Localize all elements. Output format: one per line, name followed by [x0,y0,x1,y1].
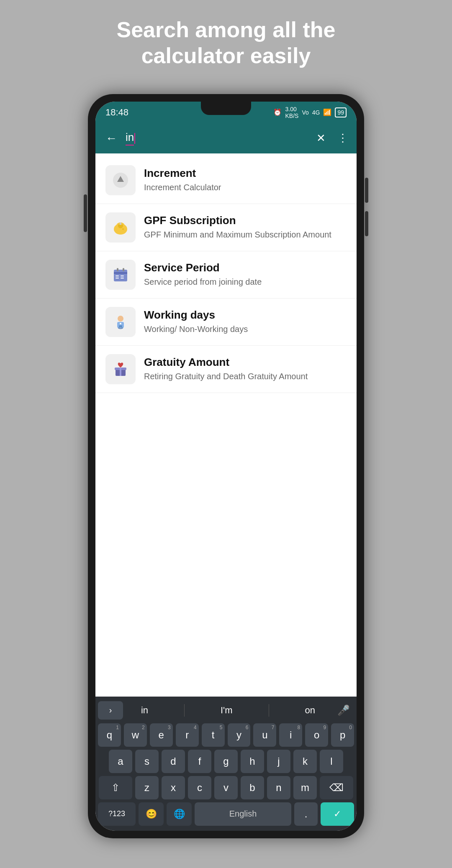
svg-point-17 [118,316,123,322]
key-a[interactable]: a [109,750,132,773]
status-time: 18:48 [105,107,128,118]
suggestions-arrow[interactable]: › [98,701,123,720]
mic-button[interactable]: 🎤 [333,701,354,720]
suggestion-in[interactable]: in [141,705,148,716]
phone-frame: 18:48 ⏰ 3.00KB/S Vo 4G 📶 99 ← in ✕ ⋮ [88,94,364,838]
list-item[interactable]: Gratuity Amount Retiring Gratuity and De… [95,346,357,393]
enter-button[interactable]: ✓ [321,802,354,826]
service-period-subtitle: Service period from joining date [144,276,347,288]
working-days-title: Working days [144,309,347,322]
gpf-text: GPF Subscription GPF Minimum and Maximum… [144,214,347,240]
key-t[interactable]: t5 [202,723,225,747]
gratuity-icon [105,354,136,384]
key-w[interactable]: w2 [124,723,147,747]
list-item[interactable]: Service Period Service period from joini… [95,251,357,299]
key-n[interactable]: n [267,776,290,799]
key-d[interactable]: d [162,750,185,773]
key-i[interactable]: i8 [279,723,302,747]
divider [269,704,269,717]
svg-rect-23 [120,368,121,376]
increment-subtitle: Increment Calculator [144,181,347,193]
emoji-button[interactable]: 😊 [139,802,164,826]
key-m[interactable]: m [293,776,317,799]
search-input[interactable]: in [126,131,134,146]
volume-down-button[interactable] [365,211,368,236]
working-days-icon [105,307,136,337]
volte-icon: Vo [302,109,308,116]
search-bar: ← in ✕ ⋮ [95,123,357,153]
cursor [134,133,135,144]
menu-button[interactable]: ⋮ [337,132,348,145]
service-period-icon [105,260,136,290]
svg-rect-15 [117,268,118,271]
svg-rect-10 [114,272,127,274]
svg-point-20 [120,323,121,324]
svg-rect-14 [121,278,124,278]
keyboard-suggestions-row: › in I'm on 🎤 [98,700,354,721]
key-l[interactable]: l [320,750,343,773]
key-j[interactable]: j [267,750,290,773]
key-p[interactable]: p0 [331,723,354,747]
gratuity-subtitle: Retiring Gratuity and Death Gratuity Amo… [144,370,347,382]
list-item[interactable]: Increment Increment Calculator [95,157,357,204]
keyboard-rows: q1 w2 e3 r4 t5 y6 u7 i8 o9 p0 a s d f [98,723,354,826]
key-s[interactable]: s [135,750,159,773]
key-c[interactable]: c [188,776,211,799]
svg-rect-19 [119,325,122,328]
gpf-icon [105,212,136,243]
list-item[interactable]: GPF Subscription GPF Minimum and Maximum… [95,204,357,251]
divider [184,704,185,717]
page-heading: Search among all the calculator easily [100,17,352,69]
clear-button[interactable]: ✕ [316,132,326,145]
key-z[interactable]: z [135,776,159,799]
suggestion-words: in I'm on [123,704,333,717]
backspace-button[interactable]: ⌫ [320,776,353,799]
gratuity-text: Gratuity Amount Retiring Gratuity and De… [144,356,347,382]
svg-rect-5 [119,228,122,230]
working-days-subtitle: Working/ Non-Working days [144,323,347,335]
key-v[interactable]: v [214,776,238,799]
key-h[interactable]: h [241,750,264,773]
power-button[interactable] [84,194,87,232]
key-q[interactable]: q1 [98,723,121,747]
key-x[interactable]: x [162,776,185,799]
key-g[interactable]: g [214,750,238,773]
globe-button[interactable]: 🌐 [167,802,192,826]
svg-rect-9 [114,270,127,281]
svg-rect-16 [123,268,124,271]
svg-rect-7 [120,222,121,225]
service-period-title: Service Period [144,261,347,274]
service-period-text: Service Period Service period from joini… [144,261,347,288]
status-icons: ⏰ 3.00KB/S Vo 4G 📶 99 [273,106,347,119]
key-row-3: ⇧ z x c v b n m ⌫ [98,776,354,799]
key-f[interactable]: f [188,750,211,773]
battery-icon: 99 [335,107,347,117]
back-button[interactable]: ← [104,130,119,147]
alarm-icon: ⏰ [273,108,282,116]
key-u[interactable]: u7 [253,723,276,747]
symbol-button[interactable]: ?123 [98,802,136,826]
key-row-1: q1 w2 e3 r4 t5 y6 u7 i8 o9 p0 [98,723,354,747]
volume-up-button[interactable] [365,178,368,203]
space-bar[interactable]: English [195,802,291,826]
list-item[interactable]: Working days Working/ Non-Working days [95,299,357,346]
key-r[interactable]: r4 [176,723,199,747]
svg-point-8 [122,228,124,230]
working-days-text: Working days Working/ Non-Working days [144,309,347,335]
network-4g-icon: 4G [312,109,320,116]
key-e[interactable]: e3 [150,723,173,747]
gpf-subtitle: GPF Minimum and Maximum Subscription Amo… [144,229,347,240]
key-y[interactable]: y6 [228,723,251,747]
key-o[interactable]: o9 [305,723,328,747]
key-row-4: ?123 😊 🌐 English . ✓ [98,802,354,826]
increment-icon [105,165,136,195]
shift-button[interactable]: ⇧ [99,776,132,799]
key-b[interactable]: b [241,776,264,799]
phone-notch [201,102,251,115]
period-key[interactable]: . [294,802,318,826]
suggestion-on[interactable]: on [305,705,315,716]
key-row-2: a s d f g h j k l [98,750,354,773]
key-k[interactable]: k [293,750,317,773]
suggestion-im[interactable]: I'm [221,705,233,716]
search-input-container[interactable]: in [126,131,310,146]
